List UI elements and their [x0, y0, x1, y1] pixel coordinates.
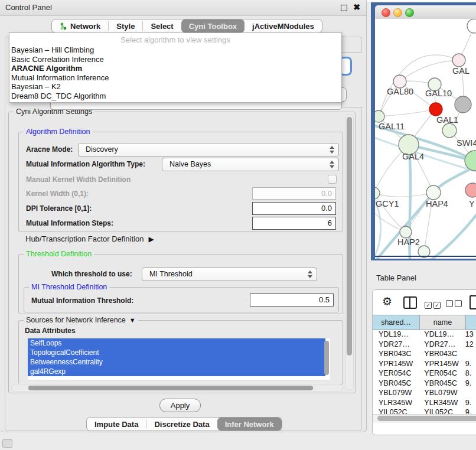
unchecked-box-icon [446, 300, 453, 307]
float-window-icon[interactable] [341, 5, 347, 11]
zoom-traffic-light-icon[interactable] [405, 8, 414, 17]
aracne-mode-select[interactable]: Discovery [78, 143, 339, 156]
table-row[interactable]: YBL079WYBL079W [373, 388, 476, 398]
network-canvas[interactable]: GALGAL80GAL10GAL1GAL11GAL4SWI4GCY1HAP4YH… [375, 19, 476, 259]
mi-steps-field[interactable]: 6 [252, 217, 336, 230]
kernel-width-field[interactable]: 0.0 [252, 187, 336, 200]
algorithm-option[interactable]: Bayesian – K2 [9, 82, 341, 92]
table-cell [463, 349, 476, 359]
column-header[interactable]: shared… [373, 315, 420, 330]
table-header-row: shared…name [373, 315, 476, 330]
table-cell: YBR045C [418, 379, 462, 389]
bottom-tab-impute-data[interactable]: Impute Data [87, 418, 146, 431]
table-horizontal-scrollbar-thumb[interactable] [377, 416, 476, 421]
apply-button[interactable]: Apply [159, 399, 201, 412]
tab-network[interactable]: Network [52, 19, 108, 32]
table-cell: 13 [463, 330, 476, 340]
mi-type-select[interactable]: Naive Bayes [162, 158, 339, 171]
data-attribute-item[interactable]: SelfLoops [28, 338, 325, 348]
dpi-tolerance-field[interactable]: 0.0 [252, 202, 336, 215]
tab-select[interactable]: Select [143, 19, 181, 32]
mi-threshold-label: Mutual Information Threshold: [31, 296, 133, 305]
table-row[interactable]: YER054CYER054C8. [373, 369, 476, 379]
table-row[interactable]: YBR043CYBR043C [373, 349, 476, 359]
table-row[interactable]: YDL19…YDL19…13 [373, 330, 476, 340]
settings-vertical-scrollbar-thumb[interactable] [347, 117, 352, 356]
table-cell: YDR27… [373, 340, 418, 350]
table-cell [463, 388, 476, 398]
table-cell: YLR345W [418, 398, 462, 408]
table-row[interactable]: YDR27…YDR27…12 [373, 340, 476, 350]
column-header[interactable] [466, 315, 476, 330]
column-header[interactable]: name [420, 315, 466, 330]
network-node-hap4[interactable] [426, 185, 441, 200]
export-table-icon[interactable] [470, 295, 476, 309]
data-attribute-item[interactable]: TopologicalCoefficient [28, 348, 325, 357]
network-node-hap2[interactable] [400, 226, 412, 238]
columns-icon[interactable] [403, 296, 417, 309]
bottom-tab-infer-network[interactable]: Infer Network [217, 418, 282, 431]
checked-box-icon: ✓ [433, 302, 441, 309]
threshold-definition-title: Threshold Definition [24, 250, 94, 258]
data-attributes-list[interactable]: SelfLoopsTopologicalCoefficientBetweenne… [28, 338, 330, 380]
spinner-arrows-icon [308, 270, 312, 279]
network-node-gal80[interactable] [393, 75, 406, 88]
minimize-traffic-light-icon[interactable] [393, 8, 402, 17]
network-node-gal[interactable] [452, 54, 465, 67]
tab-cyni-toolbox[interactable]: Cyni Toolbox [181, 19, 244, 32]
collapse-down-arrow-icon: ▼ [129, 317, 136, 324]
manual-kernel-label: Manual Kernel Width Definition [26, 175, 131, 184]
network-node-gal1[interactable] [442, 123, 457, 138]
algorithm-option[interactable]: Dream8 DC_TDC Algorithm [9, 92, 341, 101]
network-node-y[interactable] [465, 183, 476, 197]
table-cell: YER054C [373, 369, 418, 379]
bottom-tab-discretize-data[interactable]: Discretize Data [146, 418, 217, 431]
manual-kernel-checkbox[interactable] [328, 175, 337, 184]
table-row[interactable]: YLR345WYLR345W9. [373, 398, 476, 408]
network-node[interactable] [467, 19, 476, 33]
network-node[interactable] [429, 103, 442, 116]
deselect-all-checkboxes-icon[interactable] [446, 299, 464, 309]
expander-right-arrow-icon: ▶ [148, 235, 154, 243]
table-panel-title: Table Panel [376, 273, 416, 282]
data-attribute-item[interactable]: gal4RGexp [28, 367, 325, 376]
table-cell: YPR145W [373, 359, 418, 369]
cyni-bottom-tabstrip: Impute DataDiscretize DataInfer Network [86, 417, 282, 431]
network-node-gcy1[interactable] [375, 187, 380, 199]
data-attribute-item[interactable]: BetweennessCentrality [28, 357, 325, 367]
mi-threshold-field[interactable]: 0.5 [250, 294, 334, 306]
network-node-label: GAL [452, 66, 470, 76]
mi-threshold-definition-group: MI Threshold Definition Mutual Informati… [24, 287, 339, 312]
network-node-gal11[interactable] [375, 110, 384, 122]
algorithm-option[interactable]: Bayesian – Hill Climbing [9, 45, 341, 55]
settings-horizontal-scrollbar-thumb[interactable] [28, 386, 313, 390]
network-node[interactable] [455, 96, 471, 113]
table-cell: YDL19… [373, 330, 418, 340]
tab-style[interactable]: Style [109, 19, 142, 32]
gear-icon[interactable]: ⚙ [382, 295, 392, 308]
sources-group-title[interactable]: Sources for Network Inference▼ [24, 316, 138, 324]
table-row[interactable]: YBR045CYBR045C9. [373, 379, 476, 389]
close-traffic-light-icon[interactable] [382, 8, 390, 17]
table-cell: YBL079W [418, 388, 462, 398]
algorithm-option[interactable]: ARACNE Algorithm [9, 64, 341, 73]
table-horizontal-scrollbar[interactable] [373, 414, 476, 423]
hub-definition-expander[interactable]: Hub/Transcription Factor Definition▶ [25, 234, 154, 243]
tab-label: Select [151, 22, 173, 31]
tab-jactivemnodules[interactable]: jActiveMNodules [244, 19, 322, 32]
attribute-list-scrollbar-thumb[interactable] [324, 341, 329, 375]
settings-vertical-scrollbar[interactable] [345, 114, 354, 390]
settings-horizontal-scrollbar[interactable] [11, 384, 343, 392]
which-threshold-select[interactable]: MI Threshold [142, 268, 317, 281]
algorithm-option[interactable]: Basic Correlation Inference [9, 55, 341, 64]
panel-corner-icon[interactable] [2, 439, 12, 448]
mi-threshold-definition-title: MI Threshold Definition [29, 283, 109, 291]
table-row[interactable]: YPR145WYPR145W9. [373, 359, 476, 369]
tab-label: Impute Data [94, 420, 138, 429]
network-node-label: HAP2 [397, 237, 420, 247]
cyni-algorithm-settings-group: Cyni Algorithm Settings Algorithm Defini… [8, 112, 356, 393]
select-all-checkboxes-icon[interactable]: ✓✓ [425, 299, 442, 309]
hub-definition-label: Hub/Transcription Factor Definition [25, 234, 144, 243]
algorithm-option[interactable]: Mutual Information Inference [9, 73, 341, 83]
close-icon[interactable]: ✖ [353, 2, 360, 12]
